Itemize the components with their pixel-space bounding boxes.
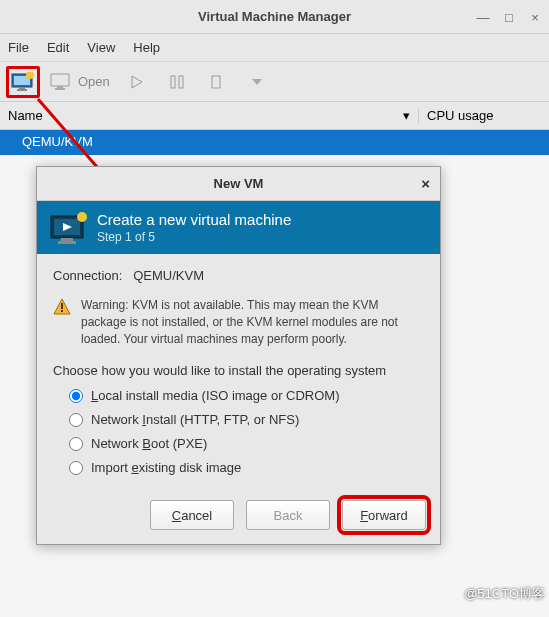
forward-label: Forward: [360, 508, 408, 523]
svg-rect-3: [17, 89, 27, 91]
svg-rect-19: [58, 241, 76, 244]
option-network-boot-label: Network Boot (PXE): [91, 436, 207, 451]
radio-network-boot[interactable]: [69, 437, 83, 451]
vm-wizard-icon: [49, 212, 85, 244]
new-vm-button[interactable]: [6, 66, 40, 98]
back-button[interactable]: Back: [246, 500, 330, 530]
chevron-down-icon: [251, 77, 263, 87]
banner-heading: Create a new virtual machine: [97, 211, 291, 228]
option-network-install[interactable]: Network Install (HTTP, FTP, or NFS): [69, 412, 424, 427]
option-import-image[interactable]: Import existing disk image: [69, 460, 424, 475]
titlebar: Virtual Machine Manager — □ ×: [0, 0, 549, 34]
window-title: Virtual Machine Manager: [198, 9, 351, 24]
forward-button[interactable]: Forward: [342, 500, 426, 530]
window-controls: — □ ×: [475, 0, 543, 34]
column-name-label: Name: [8, 108, 43, 123]
svg-rect-6: [57, 86, 63, 88]
connection-value: QEMU/KVM: [133, 268, 204, 283]
svg-rect-10: [179, 76, 183, 88]
dialog-buttons: Cancel Back Forward: [37, 490, 440, 544]
svg-rect-11: [212, 76, 220, 88]
svg-marker-12: [252, 79, 262, 85]
svg-rect-18: [61, 238, 73, 241]
column-cpu-label: CPU usage: [427, 108, 493, 123]
menubar: File Edit View Help: [0, 34, 549, 62]
svg-rect-23: [61, 310, 63, 312]
connection-label: Connection:: [53, 268, 122, 283]
stop-icon: [210, 75, 224, 89]
option-network-boot[interactable]: Network Boot (PXE): [69, 436, 424, 451]
option-local-media-label: Local install media (ISO image or CDROM): [91, 388, 340, 403]
option-local-media[interactable]: Local install media (ISO image or CDROM): [69, 388, 424, 403]
svg-rect-2: [19, 87, 25, 89]
radio-local-media[interactable]: [69, 389, 83, 403]
toolbar: Open: [0, 62, 549, 102]
option-import-image-label: Import existing disk image: [91, 460, 241, 475]
sort-desc-icon: ▾: [403, 108, 410, 123]
install-options: Local install media (ISO image or CDROM)…: [53, 388, 424, 475]
radio-network-install[interactable]: [69, 413, 83, 427]
play-icon: [130, 75, 144, 89]
vm-list-row-selected[interactable]: QEMU/KVM: [0, 130, 549, 155]
close-icon[interactable]: ×: [527, 10, 543, 25]
radio-import-image[interactable]: [69, 461, 83, 475]
dialog-body: Connection: QEMU/KVM Warning: KVM is not…: [37, 254, 440, 490]
watermark: @51CTO博客: [464, 585, 545, 603]
new-vm-dialog: New VM × Create a new virtual machine St…: [36, 166, 441, 545]
svg-rect-22: [61, 303, 63, 309]
banner-text: Create a new virtual machine Step 1 of 5: [97, 211, 291, 244]
dialog-title: New VM: [214, 176, 264, 191]
warning-box: Warning: KVM is not available. This may …: [53, 297, 424, 347]
pause-button[interactable]: [160, 66, 194, 98]
warning-text: Warning: KVM is not available. This may …: [81, 297, 424, 347]
column-headers: Name ▾ CPU usage: [0, 102, 549, 130]
minimize-icon[interactable]: —: [475, 10, 491, 25]
back-label: Back: [274, 508, 303, 523]
svg-rect-9: [171, 76, 175, 88]
menu-help[interactable]: Help: [133, 40, 160, 55]
column-name[interactable]: Name ▾: [0, 108, 419, 123]
monitor-open-icon: [50, 73, 72, 91]
dropdown-button[interactable]: [240, 66, 274, 98]
dialog-titlebar: New VM ×: [37, 167, 440, 201]
menu-edit[interactable]: Edit: [47, 40, 69, 55]
option-network-install-label: Network Install (HTTP, FTP, or NFS): [91, 412, 299, 427]
open-vm-button[interactable]: Open: [46, 73, 114, 91]
open-label: Open: [78, 74, 110, 89]
banner-step: Step 1 of 5: [97, 230, 291, 244]
run-button[interactable]: [120, 66, 154, 98]
cancel-label: Cancel: [172, 508, 212, 523]
menu-view[interactable]: View: [87, 40, 115, 55]
warning-icon: [53, 298, 71, 347]
dialog-close-button[interactable]: ×: [421, 175, 430, 192]
pause-icon: [170, 75, 184, 89]
svg-rect-7: [55, 88, 65, 90]
dialog-banner: Create a new virtual machine Step 1 of 5: [37, 201, 440, 254]
svg-point-20: [77, 212, 87, 222]
choose-label: Choose how you would like to install the…: [53, 363, 424, 378]
connection-row: Connection: QEMU/KVM: [53, 268, 424, 283]
menu-file[interactable]: File: [8, 40, 29, 55]
main-window: Virtual Machine Manager — □ × File Edit …: [0, 0, 549, 155]
svg-marker-8: [132, 76, 142, 88]
monitor-new-icon: [11, 72, 35, 92]
svg-rect-5: [51, 74, 69, 86]
cancel-button[interactable]: Cancel: [150, 500, 234, 530]
column-cpu-usage[interactable]: CPU usage: [419, 108, 549, 123]
maximize-icon[interactable]: □: [501, 10, 517, 25]
shutdown-button[interactable]: [200, 66, 234, 98]
vm-row-label: QEMU/KVM: [22, 134, 93, 149]
